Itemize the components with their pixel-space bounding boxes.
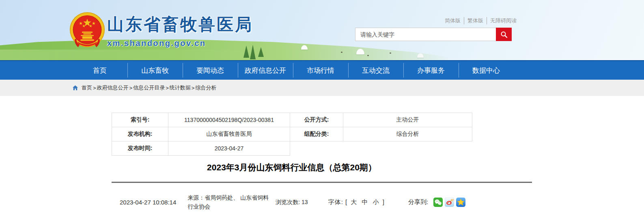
article-source: 来源：省局饲药处、 山东省饲料行业协会: [187, 193, 271, 211]
livestock-speck: [341, 52, 342, 53]
category-label: 组配分类:: [290, 127, 343, 141]
search-bar: [355, 28, 512, 41]
issuing-agency-value: 山东省畜牧兽医局: [168, 127, 290, 141]
breadcrumb-statistics[interactable]: 统计数据: [170, 84, 191, 91]
nav-item-market-quotes[interactable]: 市场行情: [293, 61, 348, 80]
table-row: 发布机构: 山东省畜牧兽医局 组配分类: 综合分析: [112, 127, 472, 141]
font-bracket: [: [345, 198, 347, 205]
nav-item-news[interactable]: 要闻动态: [183, 61, 238, 80]
share-label: 分享到:: [408, 198, 428, 206]
national-emblem-logo: [69, 11, 106, 49]
grassland-highlight: [0, 50, 365, 60]
breadcrumb-separator: >: [129, 85, 133, 91]
share-bar: 分享到:: [408, 198, 465, 207]
breadcrumb-bar: 首页 > 政府信息公开 > 信息公开目录 > 统计数据 > 综合分析: [0, 80, 644, 96]
breadcrumb-home[interactable]: 首页: [82, 84, 92, 91]
site-header: 山东省畜牧兽医局 xm.shandong.gov.cn 简体版 繁体版 无障碍阅…: [0, 0, 644, 60]
table-row: 索引号: 11370000004502198Q/2023-00381 公开方式:…: [112, 113, 472, 127]
nav-item-services[interactable]: 办事服务: [403, 61, 459, 80]
search-icon: [500, 31, 508, 38]
breadcrumb-comprehensive-analysis[interactable]: 综合分析: [195, 84, 216, 91]
title-divider: [112, 182, 532, 183]
view-count-value: 13: [302, 199, 308, 205]
nav-item-interaction[interactable]: 互动交流: [348, 61, 403, 80]
qzone-share-icon[interactable]: [456, 198, 465, 207]
livestock-speck: [367, 55, 369, 56]
header-version-links: 简体版 繁体版 无障碍阅读: [442, 17, 510, 24]
publish-date-value: 2023-04-27: [168, 141, 290, 156]
breadcrumb-gov-info[interactable]: 政府信息公开: [97, 84, 129, 91]
index-number-label: 索引号:: [112, 113, 168, 127]
main-nav-items: 首页 山东畜牧 要闻动态 政府信息公开 市场行情 互动交流 办事服务 数据中心: [72, 61, 644, 80]
link-accessibility[interactable]: 无障碍阅读: [487, 17, 520, 24]
breadcrumb-separator: >: [93, 85, 96, 91]
breadcrumb: 首页 > 政府信息公开 > 信息公开目录 > 统计数据 > 综合分析: [72, 84, 216, 91]
font-size-label: 字体:: [328, 198, 343, 205]
font-size-large-button[interactable]: 大: [349, 198, 358, 205]
search-button[interactable]: [496, 28, 512, 41]
disclosure-method-label: 公开方式:: [290, 113, 343, 127]
breadcrumb-separator: >: [192, 85, 195, 91]
link-traditional-chinese[interactable]: 繁体版: [464, 17, 487, 24]
font-size-small-button[interactable]: 小: [372, 198, 381, 205]
nav-item-home[interactable]: 首页: [72, 61, 127, 80]
font-size-medium-button[interactable]: 中: [361, 198, 370, 205]
view-count: 浏览次数: 13: [276, 199, 308, 206]
nav-item-data-center[interactable]: 数据中心: [459, 61, 514, 80]
home-icon: [72, 85, 78, 91]
article-meta-row: 2023-04-27 10:08:14 来源：省局饲药处、 山东省饲料行业协会 …: [112, 193, 532, 211]
view-count-label: 浏览次数:: [276, 199, 300, 205]
site-url: xm.shandong.gov.cn: [107, 39, 253, 48]
index-number-value: 11370000004502198Q/2023-00381: [168, 113, 290, 127]
tree-shape: [258, 47, 264, 57]
font-bracket: ]: [383, 198, 385, 205]
article-content: 索引号: 11370000004502198Q/2023-00381 公开方式:…: [112, 113, 532, 211]
empty-cell: [290, 141, 472, 156]
issuing-agency-label: 发布机构:: [112, 127, 168, 141]
livestock-speck: [390, 52, 391, 54]
nav-item-gov-info-disclosure[interactable]: 政府信息公开: [238, 61, 293, 80]
site-title: 山东省畜牧兽医局: [107, 13, 253, 36]
font-size-control: 字体: [ 大 中 小 ]: [328, 198, 385, 206]
category-value: 综合分析: [343, 127, 472, 141]
breadcrumb-separator: >: [166, 85, 169, 91]
site-brand: 山东省畜牧兽医局 xm.shandong.gov.cn: [107, 13, 253, 48]
nav-item-shandong-animal-husbandry[interactable]: 山东畜牧: [127, 61, 183, 80]
table-row: 发布时间: 2023-04-27: [112, 141, 472, 156]
main-nav: 首页 山东畜牧 要闻动态 政府信息公开 市场行情 互动交流 办事服务 数据中心: [0, 60, 644, 80]
document-info-table: 索引号: 11370000004502198Q/2023-00381 公开方式:…: [112, 113, 472, 156]
breadcrumb-info-catalog[interactable]: 信息公开目录: [133, 84, 165, 91]
disclosure-method-value: 主动公开: [343, 113, 472, 127]
search-input[interactable]: [355, 28, 496, 41]
link-simplified-chinese[interactable]: 简体版: [442, 17, 464, 24]
weibo-share-icon[interactable]: [445, 198, 454, 207]
page-title: 2023年3月份山东饲料行业信息（总第20期）: [112, 162, 472, 173]
publish-datetime: 2023-04-27 10:08:14: [120, 199, 176, 206]
wechat-share-icon[interactable]: [433, 198, 443, 207]
publish-date-label: 发布时间:: [112, 141, 168, 156]
